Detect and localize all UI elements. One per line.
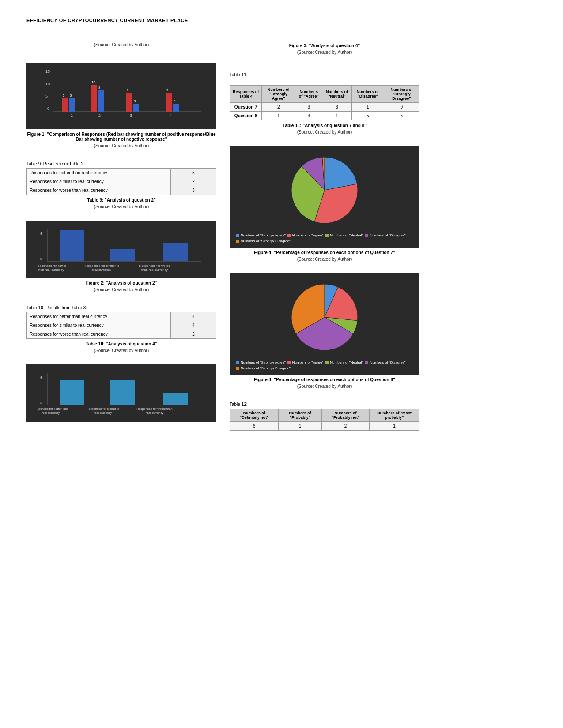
pie2-legend: Numbers of "Strongly Agree"Numbers of "A… bbox=[234, 360, 415, 370]
page-title: EFFICIENCY OF CRYPTOCURRENCY CURRENT MAR… bbox=[26, 18, 537, 23]
svg-text:Responses for worse than: Responses for worse than bbox=[136, 407, 172, 411]
pie1-caption: Figure 4: "Percentage of responses on ea… bbox=[230, 250, 419, 255]
table-row: Responses for worse than real currency3 bbox=[27, 186, 216, 195]
source-chart1: (Source: Created by Author) bbox=[26, 143, 216, 148]
svg-text:Responses for better: Responses for better bbox=[38, 264, 66, 268]
svg-rect-13 bbox=[133, 104, 139, 112]
svg-text:3: 3 bbox=[174, 99, 176, 103]
chart1-caption: Figure 1: "Comparison of Responses (Red … bbox=[26, 132, 216, 142]
chart1-container: 15 10 5 0 1 2 bbox=[26, 63, 216, 129]
svg-text:real currency: real currency bbox=[42, 411, 60, 415]
pie1-legend: Numbers of "Strongly Agree"Numbers of "A… bbox=[234, 233, 415, 243]
svg-text:5: 5 bbox=[45, 94, 48, 98]
svg-text:real currency: real currency bbox=[146, 411, 164, 415]
source-fig3: (Source: Created by Author) bbox=[230, 50, 419, 55]
table10-label: Table 10: Results from Table 3: bbox=[26, 305, 216, 310]
legend-item: Numbers of "Agree" bbox=[287, 360, 324, 364]
table10-caption: Table 10: "Analysis of question 4" bbox=[26, 341, 216, 346]
legend-item: Numbers of "Strongly Disagree" bbox=[236, 366, 291, 370]
table-row: Responses for similar to real currency2 bbox=[27, 177, 216, 186]
svg-text:4: 4 bbox=[40, 231, 42, 236]
svg-text:2: 2 bbox=[98, 113, 101, 118]
table9-caption: Table 9: "Analysis of question 2" bbox=[26, 198, 216, 203]
svg-rect-9 bbox=[91, 85, 97, 112]
table-row: Responses for better than real currency4 bbox=[27, 312, 216, 321]
source-table11: (Source: Created by Author) bbox=[230, 130, 419, 135]
table12-label: Table 12: bbox=[230, 402, 419, 407]
source-pie2: (Source: Created by Author) bbox=[230, 384, 419, 389]
legend-item: Numbers of "Neutral" bbox=[325, 360, 363, 364]
table-row: 6121 bbox=[230, 422, 419, 431]
svg-text:3: 3 bbox=[134, 99, 136, 103]
svg-rect-32 bbox=[163, 243, 188, 261]
table-row: Responses for similar to real currency4 bbox=[27, 321, 216, 330]
legend-item: Numbers of "Disagree" bbox=[365, 360, 405, 364]
svg-text:8: 8 bbox=[98, 86, 101, 90]
svg-rect-7 bbox=[69, 98, 75, 112]
source-1-left: (Source: Created by Author) bbox=[26, 42, 216, 47]
svg-rect-6 bbox=[62, 98, 68, 112]
svg-text:than real currency: than real currency bbox=[38, 268, 64, 272]
legend-item: Numbers of "Strongly Agree" bbox=[236, 360, 286, 364]
svg-rect-15 bbox=[166, 93, 172, 112]
svg-text:3: 3 bbox=[130, 113, 132, 118]
left-column: (Source: Created by Author) 15 10 5 0 bbox=[26, 41, 216, 432]
svg-text:4: 4 bbox=[40, 375, 42, 379]
svg-text:4: 4 bbox=[170, 113, 172, 118]
svg-text:than real currency: than real currency bbox=[141, 268, 168, 272]
svg-text:7: 7 bbox=[166, 88, 169, 92]
table10: Responses for better than real currency4… bbox=[26, 312, 216, 339]
table-row: Responses for worse than real currency2 bbox=[27, 330, 216, 339]
table-row: Question 813155 bbox=[230, 112, 419, 120]
legend-item: Numbers of "Neutral" bbox=[325, 233, 363, 237]
table-row: Question 723310 bbox=[230, 103, 419, 112]
table12: Numbers of "Definitely not"Numbers of "P… bbox=[230, 409, 419, 431]
chart3-svg: 4 0 Responses for better than real curre… bbox=[38, 369, 205, 417]
source-chart2: (Source: Created by Author) bbox=[26, 287, 216, 292]
table11-label: Table 11: bbox=[230, 72, 419, 77]
pie1-svg bbox=[252, 150, 397, 230]
svg-text:7: 7 bbox=[127, 88, 129, 92]
svg-text:1: 1 bbox=[71, 113, 73, 118]
pie2-caption: Figure 4: "Percentage of responses on ea… bbox=[230, 377, 419, 382]
svg-rect-31 bbox=[110, 249, 135, 261]
svg-text:real currency: real currency bbox=[92, 268, 111, 272]
table9: Responses for better than real currency5… bbox=[26, 168, 216, 195]
svg-text:Responses for worse: Responses for worse bbox=[139, 264, 170, 268]
chart2-container: 4 0 Responses for better than real curre… bbox=[26, 221, 216, 278]
chart1-svg: 15 10 5 0 1 2 bbox=[38, 68, 205, 125]
svg-text:Responses for similar to: Responses for similar to bbox=[86, 407, 119, 411]
svg-text:Responses for better than: Responses for better than bbox=[38, 407, 68, 411]
svg-rect-10 bbox=[98, 90, 104, 112]
svg-text:real currency: real currency bbox=[94, 411, 112, 415]
chart2-caption: Figure 2: "Analysis of question 2" bbox=[26, 281, 216, 285]
source-table9: (Source: Created by Author) bbox=[26, 204, 216, 209]
chart2-svg: 4 0 Responses for better than real curre… bbox=[38, 225, 205, 274]
svg-text:0: 0 bbox=[47, 106, 49, 111]
pie1-container: Numbers of "Strongly Agree"Numbers of "A… bbox=[230, 146, 419, 248]
svg-rect-44 bbox=[110, 380, 135, 405]
svg-text:10: 10 bbox=[45, 82, 50, 86]
svg-text:5: 5 bbox=[70, 94, 72, 98]
legend-item: Numbers of "Agree" bbox=[287, 233, 324, 237]
legend-item: Numbers of "Strongly Agree" bbox=[236, 233, 286, 237]
svg-rect-12 bbox=[126, 93, 132, 112]
pie2-svg bbox=[252, 278, 397, 357]
table9-label: Table 9: Results from Table 2: bbox=[26, 161, 216, 166]
source-table10: (Source: Created by Author) bbox=[26, 348, 216, 353]
svg-text:5: 5 bbox=[63, 94, 65, 98]
table11-caption: Table 11: "Analysis of question 7 and 8" bbox=[230, 123, 419, 128]
chart3-container: 4 0 Responses for better than real curre… bbox=[26, 364, 216, 422]
svg-text:0: 0 bbox=[40, 401, 42, 405]
pie2-container: Numbers of "Strongly Agree"Numbers of "A… bbox=[230, 273, 419, 375]
svg-rect-45 bbox=[163, 393, 188, 405]
svg-rect-30 bbox=[60, 230, 84, 261]
legend-item: Numbers of "Strongly Disagree" bbox=[236, 239, 291, 243]
right-column: Figure 3: "Analysis of question 4" (Sour… bbox=[230, 41, 419, 432]
svg-rect-43 bbox=[60, 380, 84, 405]
svg-text:15: 15 bbox=[45, 69, 50, 74]
table-row: Responses for better than real currency5 bbox=[27, 169, 216, 177]
source-pie1: (Source: Created by Author) bbox=[230, 257, 419, 262]
fig3-caption: Figure 3: "Analysis of question 4" bbox=[230, 43, 419, 48]
svg-text:Responses for similar to: Responses for similar to bbox=[84, 264, 119, 268]
